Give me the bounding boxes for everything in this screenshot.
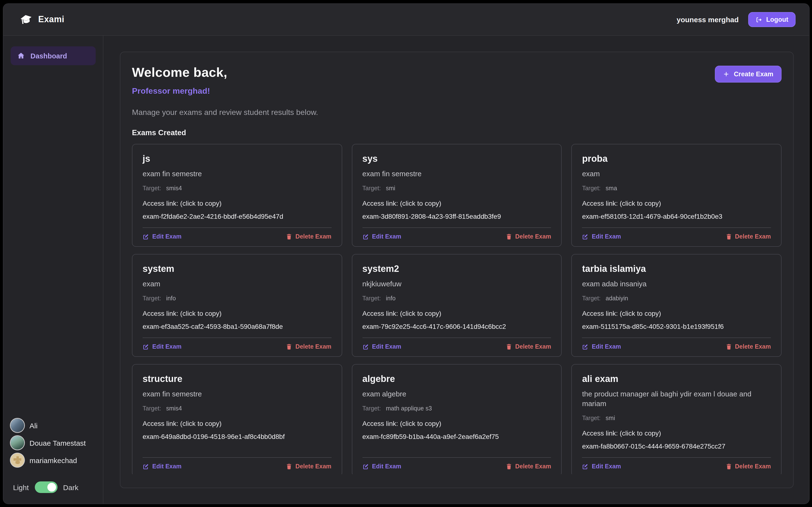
- delete-exam-button[interactable]: Delete Exam: [286, 343, 332, 350]
- access-link-label[interactable]: Access link: (click to copy): [582, 309, 771, 318]
- delete-exam-button[interactable]: Delete Exam: [506, 343, 551, 350]
- exam-description: the product manager ali baghi ydir exam …: [582, 389, 771, 408]
- exam-title: algebre: [362, 373, 551, 384]
- card-spacer: [582, 221, 771, 227]
- card-spacer: [143, 221, 331, 227]
- target-value: smis4: [166, 405, 182, 412]
- access-link-label[interactable]: Access link: (click to copy): [362, 199, 551, 208]
- edit-exam-button[interactable]: Edit Exam: [362, 233, 401, 240]
- delete-exam-button[interactable]: Delete Exam: [726, 463, 771, 470]
- logout-label: Logout: [766, 16, 788, 23]
- exam-card-footer: Edit Exam Delete Exam: [143, 227, 331, 246]
- edit-icon: [143, 463, 149, 469]
- page-description: Manage your exams and review student res…: [132, 107, 318, 117]
- edit-exam-button[interactable]: Edit Exam: [143, 343, 182, 350]
- exam-card: system2 nkjkiuwefuw Target: info Access …: [352, 254, 562, 357]
- delete-exam-button[interactable]: Delete Exam: [286, 463, 332, 470]
- access-link-label[interactable]: Access link: (click to copy): [143, 309, 331, 318]
- logout-icon: [756, 16, 762, 23]
- sidebar-nav: Dashboard: [3, 36, 103, 65]
- screen: Exami youness merghad Logout: [0, 0, 812, 507]
- edit-exam-button[interactable]: Edit Exam: [582, 463, 621, 470]
- edit-exam-label: Edit Exam: [152, 343, 182, 350]
- target-value: info: [386, 295, 396, 302]
- delete-exam-button[interactable]: Delete Exam: [506, 463, 551, 470]
- edit-icon: [362, 463, 368, 469]
- page-title: Welcome back,: [132, 65, 318, 80]
- access-link-label[interactable]: Access link: (click to copy): [362, 309, 551, 318]
- access-link-value[interactable]: exam-79c92e25-4cc6-417c-9606-141d94c6bcc…: [362, 322, 551, 331]
- exam-card-footer: Edit Exam Delete Exam: [582, 338, 771, 356]
- sidebar-item-label: Dashboard: [31, 52, 67, 60]
- delete-exam-button[interactable]: Delete Exam: [726, 233, 771, 240]
- logout-button[interactable]: Logout: [749, 12, 796, 27]
- delete-exam-label: Delete Exam: [296, 233, 332, 240]
- sidebar-item-dashboard[interactable]: Dashboard: [11, 46, 96, 65]
- user-name: Ali: [30, 421, 38, 430]
- exam-card: sys exam fin semestre Target: smi Access…: [352, 144, 562, 247]
- section-title: Exams Created: [132, 128, 781, 137]
- target-label: Target:: [362, 295, 380, 302]
- exam-target-row: Target: adabiyin: [582, 294, 771, 302]
- panel-content: Welcome back, Professor merghad! Manage …: [120, 52, 793, 474]
- access-link-value[interactable]: exam-649a8dbd-0196-4518-96e1-af8c4bb0d8b…: [143, 432, 331, 441]
- edit-exam-button[interactable]: Edit Exam: [362, 463, 401, 470]
- edit-exam-label: Edit Exam: [372, 233, 401, 240]
- sidebar: Dashboard Ali Douae Tamestast mariamkech…: [3, 36, 103, 504]
- delete-exam-button[interactable]: Delete Exam: [726, 343, 771, 350]
- exam-card: tarbia islamiya exam adab insaniya Targe…: [571, 254, 781, 357]
- brand-name: Exami: [38, 14, 64, 24]
- target-label: Target:: [582, 415, 601, 421]
- card-spacer: [362, 221, 551, 227]
- target-value: sma: [606, 185, 617, 192]
- access-link-value[interactable]: exam-5115175a-d85c-4052-9301-b1e193f951f…: [582, 322, 771, 331]
- edit-icon: [143, 233, 149, 240]
- exam-description: exam fin semestre: [143, 389, 331, 399]
- edit-exam-label: Edit Exam: [592, 463, 621, 470]
- trash-icon: [286, 233, 292, 240]
- edit-exam-button[interactable]: Edit Exam: [582, 343, 621, 350]
- user-list-item[interactable]: mariamkechad: [11, 451, 98, 469]
- access-link-label[interactable]: Access link: (click to copy): [582, 199, 771, 208]
- exam-description: exam fin semestre: [362, 169, 551, 179]
- access-link-value[interactable]: exam-fa8b0667-015c-4444-9659-6784e275cc2…: [582, 442, 771, 451]
- edit-exam-button[interactable]: Edit Exam: [362, 343, 401, 350]
- user-name: mariamkechad: [30, 456, 77, 464]
- exam-card-footer: Edit Exam Delete Exam: [582, 457, 771, 474]
- target-value: smis4: [166, 185, 182, 192]
- user-list-item[interactable]: Douae Tamestast: [11, 434, 98, 451]
- exam-title: system2: [362, 263, 551, 274]
- create-exam-button[interactable]: Create Exam: [715, 66, 781, 82]
- user-list-item[interactable]: Ali: [11, 417, 98, 434]
- access-link-value[interactable]: exam-fc89fb59-b1ba-440a-a9ef-2eaef6a2ef7…: [362, 432, 551, 441]
- trash-icon: [506, 233, 512, 240]
- app-window: Exami youness merghad Logout: [3, 3, 810, 504]
- access-link-value[interactable]: exam-3d80f891-2808-4a23-93ff-815eaddb3fe…: [362, 212, 551, 221]
- card-spacer: [143, 331, 331, 338]
- access-link-label[interactable]: Access link: (click to copy): [362, 419, 551, 428]
- delete-exam-button[interactable]: Delete Exam: [506, 233, 551, 240]
- access-link-value[interactable]: exam-ef3aa525-caf2-4593-8ba1-590a68a7f8d…: [143, 322, 331, 331]
- edit-exam-button[interactable]: Edit Exam: [143, 233, 182, 240]
- exam-card-footer: Edit Exam Delete Exam: [362, 338, 551, 356]
- exam-target-row: Target: smis4: [143, 405, 331, 412]
- edit-exam-button[interactable]: Edit Exam: [582, 233, 621, 240]
- delete-exam-button[interactable]: Delete Exam: [286, 233, 332, 240]
- access-link-label[interactable]: Access link: (click to copy): [143, 199, 331, 208]
- access-link-label[interactable]: Access link: (click to copy): [582, 429, 771, 438]
- trash-icon: [286, 344, 292, 350]
- access-link-label[interactable]: Access link: (click to copy): [143, 419, 331, 428]
- access-link-value[interactable]: exam-ef5810f3-12d1-4679-ab64-90cef1b2b0e…: [582, 212, 771, 221]
- target-label: Target:: [143, 295, 161, 302]
- toggle-knob: [47, 483, 56, 492]
- theme-toggle[interactable]: [35, 482, 57, 493]
- exam-target-row: Target: math applique s3: [362, 405, 551, 412]
- exam-description: exam algebre: [362, 389, 551, 399]
- edit-icon: [362, 344, 368, 350]
- graduation-cap-icon: [20, 13, 33, 26]
- edit-exam-button[interactable]: Edit Exam: [143, 463, 182, 470]
- exam-grid: js exam fin semestre Target: smis4 Acces…: [132, 144, 781, 474]
- edit-icon: [582, 463, 589, 469]
- delete-exam-label: Delete Exam: [515, 463, 551, 470]
- access-link-value[interactable]: exam-f2fda6e2-2ae2-4216-bbdf-e56b4d95e47…: [143, 212, 331, 221]
